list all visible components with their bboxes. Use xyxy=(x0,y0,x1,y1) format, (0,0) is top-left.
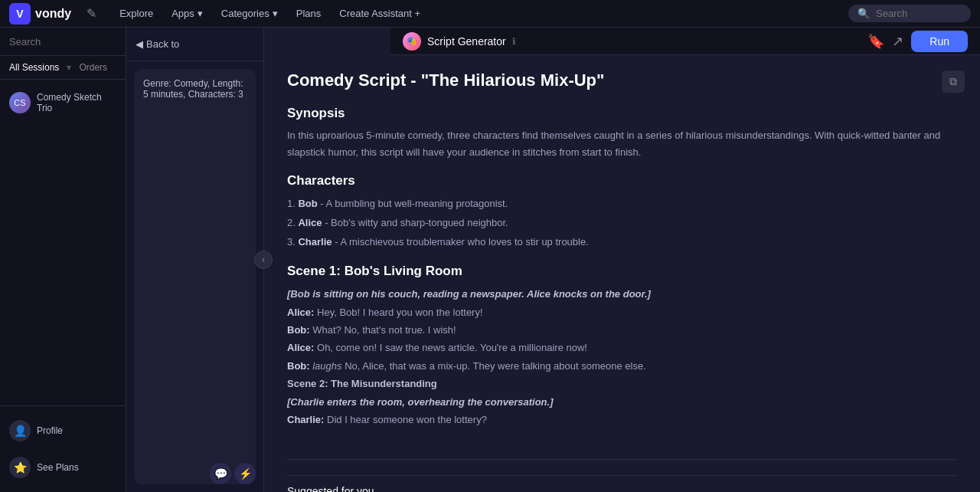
scene1-heading: Scene 1: Bob's Living Room xyxy=(287,264,957,279)
sidebar-item-profile[interactable]: 👤 Profile xyxy=(0,412,126,449)
nav-search-input[interactable] xyxy=(876,8,962,19)
back-to-button[interactable]: ◀ Back to xyxy=(136,38,179,50)
plans-icon: ⭐ xyxy=(9,457,31,478)
sidebar-item-see-plans[interactable]: ⭐ See Plans xyxy=(0,449,126,486)
chevron-down-icon: ▾ xyxy=(273,8,278,19)
characters-heading: Characters xyxy=(287,173,957,189)
nav-create-assistant[interactable]: Create Assistant + xyxy=(332,5,428,22)
nav-apps[interactable]: Apps ▾ xyxy=(164,5,211,22)
avatar: CS xyxy=(9,92,31,113)
synopsis-heading: Synopsis xyxy=(287,106,957,121)
edit-icon[interactable]: ✎ xyxy=(87,6,96,21)
suggested-section: Suggested for you xyxy=(287,459,957,492)
share-icon[interactable]: ↗ xyxy=(892,33,903,50)
input-card: Genre: Comedy, Length: 5 minutes, Charac… xyxy=(134,69,256,484)
search-icon: 🔍 xyxy=(858,8,870,19)
session-list: CS Comedy Sketch Trio xyxy=(0,80,126,405)
top-nav: V vondy ✎ Explore Apps ▾ Categories ▾ Pl… xyxy=(0,0,980,28)
content-wrapper: ⧉ Comedy Script - "The Hilarious Mix-Up"… xyxy=(264,55,980,492)
plans-label: See Plans xyxy=(37,462,79,473)
copy-button[interactable]: ⧉ xyxy=(942,71,965,93)
tab-orders[interactable]: Orders xyxy=(79,62,107,73)
logo-icon: V xyxy=(9,3,31,25)
assistant-name: Script Generator xyxy=(427,35,506,48)
session-name: Comedy Sketch Trio xyxy=(37,92,116,113)
sidebar-search: 🔍 xyxy=(0,28,126,56)
sidebar-search-input[interactable] xyxy=(9,36,138,48)
back-arrow-icon: ◀ xyxy=(136,38,143,50)
tab-all-sessions[interactable]: All Sessions xyxy=(9,62,59,73)
lightning-icon[interactable]: ⚡ xyxy=(234,463,256,484)
suggested-heading: Suggested for you xyxy=(287,485,957,492)
scene1-content: [Bob is sitting on his couch, reading a … xyxy=(287,285,957,428)
main-body: 🔍 All Sessions ▾ Orders CS Comedy Sketch… xyxy=(0,28,980,492)
header-actions: 🔖 ↗ Run xyxy=(867,31,968,52)
content-area: 🎭 Script Generator ℹ 🔖 ↗ Run ⧉ Comedy Sc… xyxy=(264,28,980,492)
character-charlie: 3. Charlie - A mischievous troublemaker … xyxy=(287,233,957,252)
center-header: ◀ Back to xyxy=(126,28,263,61)
sidebar-bottom: 👤 Profile ⭐ See Plans xyxy=(0,405,126,492)
list-item[interactable]: CS Comedy Sketch Trio xyxy=(0,86,126,120)
nav-search-bar: 🔍 xyxy=(848,5,971,22)
chat-icons: 💬 ⚡ xyxy=(210,463,256,484)
info-icon[interactable]: ℹ xyxy=(512,36,516,47)
nav-links: Explore Apps ▾ Categories ▾ Plans Create… xyxy=(112,5,833,22)
nav-categories[interactable]: Categories ▾ xyxy=(214,5,286,22)
script-panel: ⧉ Comedy Script - "The Hilarious Mix-Up"… xyxy=(264,55,980,492)
character-alice: 2. Alice - Bob's witty and sharp-tongued… xyxy=(287,214,957,233)
nav-plans[interactable]: Plans xyxy=(289,5,329,22)
script-title: Comedy Script - "The Hilarious Mix-Up" xyxy=(287,71,957,90)
synopsis-text: In this uproarious 5-minute comedy, thre… xyxy=(287,127,957,161)
sidebar: 🔍 All Sessions ▾ Orders CS Comedy Sketch… xyxy=(0,28,126,492)
profile-label: Profile xyxy=(37,425,63,436)
character-bob: 1. Bob - A bumbling but well-meaning pro… xyxy=(287,195,957,214)
center-panel: ◀ Back to Genre: Comedy, Length: 5 minut… xyxy=(126,28,264,492)
bookmark-icon[interactable]: 🔖 xyxy=(867,33,884,50)
nav-explore[interactable]: Explore xyxy=(112,5,161,22)
chevron-down-icon: ▾ xyxy=(198,8,203,19)
back-to-label: Back to xyxy=(146,38,179,50)
profile-icon: 👤 xyxy=(9,420,31,441)
assistant-info: 🎭 Script Generator ℹ xyxy=(403,32,516,51)
assistant-header: 🎭 Script Generator ℹ 🔖 ↗ Run xyxy=(390,28,980,55)
assistant-avatar: 🎭 xyxy=(403,32,421,51)
logo[interactable]: V vondy xyxy=(9,3,71,25)
run-button[interactable]: Run xyxy=(911,31,968,52)
collapse-panel-button[interactable]: ‹ xyxy=(254,251,273,269)
chat-bubble-icon[interactable]: 💬 xyxy=(210,463,231,484)
sidebar-tabs: All Sessions ▾ Orders xyxy=(0,56,126,80)
input-text: Genre: Comedy, Length: 5 minutes, Charac… xyxy=(143,78,243,100)
logo-text: vondy xyxy=(35,7,71,21)
